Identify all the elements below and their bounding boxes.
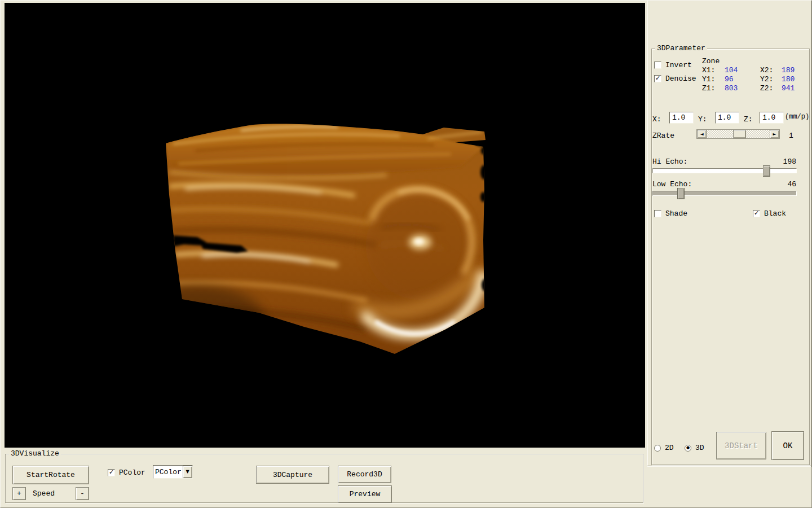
zone-z2-label: Z2: [760, 84, 782, 93]
radio-dot-icon: ● [686, 446, 690, 450]
low-echo-slider-track[interactable] [652, 191, 797, 196]
panel-right-edge [811, 1, 811, 467]
volume-render-3d [5, 3, 645, 448]
zone-y2-label: Y2: [760, 75, 782, 84]
denoise-checkbox-box: ✓ [654, 75, 661, 82]
radio-3d[interactable]: ● 3D [685, 444, 704, 452]
pcolor-dropdown-value: PColor [153, 468, 183, 476]
group-3dvisualize-title: 3DVisualize [9, 449, 61, 458]
check-icon: ✓ [754, 211, 759, 216]
y-scale-label: Y: [698, 115, 707, 124]
ok-button[interactable]: OK [771, 431, 804, 460]
zone-x1-value: 104 [725, 66, 760, 75]
denoise-checkbox[interactable]: ✓ Denoise [654, 75, 696, 83]
group-3dparameter-title: 3DParameter [655, 44, 707, 52]
pcolor-checkbox[interactable]: ✓ PColor [108, 468, 145, 477]
z-scale-input[interactable] [760, 112, 784, 124]
y-scale-input[interactable] [715, 112, 739, 124]
start3d-button[interactable]: 3DStart [716, 432, 766, 459]
panel-bottom-edge [647, 466, 811, 466]
low-echo-value: 46 [787, 180, 796, 189]
low-echo-label: Low Echo: [652, 180, 692, 189]
x-scale-label: X: [652, 115, 661, 124]
speed-plus-button[interactable]: + [12, 487, 26, 500]
radio-2d-label: 2D [665, 444, 674, 452]
black-checkbox[interactable]: ✓ Black [753, 209, 786, 218]
start-rotate-button[interactable]: StartRotate [12, 466, 89, 484]
zrate-scroll-left-button[interactable]: ◄ [697, 130, 707, 138]
z-scale-label: Z: [744, 115, 753, 124]
preview-button[interactable]: Preview [338, 485, 392, 503]
zone-z2-value: 941 [782, 84, 795, 93]
zrate-scroll-right-button[interactable]: ► [770, 130, 779, 138]
render-viewport[interactable] [5, 3, 645, 448]
check-icon: ✓ [655, 76, 660, 81]
zone-z1-value: 803 [725, 84, 760, 93]
zrate-value: 1 [789, 132, 793, 140]
low-echo-slider-thumb[interactable] [677, 188, 685, 199]
black-checkbox-box: ✓ [753, 210, 760, 217]
zone-x2-value: 189 [782, 66, 795, 75]
radio-3d-label: 3D [695, 444, 704, 452]
zrate-label: ZRate [652, 132, 674, 140]
black-label: Black [764, 209, 786, 218]
radio-3d-circle: ● [685, 445, 691, 452]
denoise-label: Denoise [665, 75, 696, 83]
group-3dparameter: 3DParameter Invert ✓ Denoise Zone X1:104… [651, 49, 810, 465]
zone-title: Zone [702, 57, 720, 65]
radio-2d[interactable]: 2D [654, 444, 674, 452]
hi-echo-value: 198 [783, 157, 796, 166]
zrate-scrollbar-thumb[interactable] [733, 130, 746, 138]
zone-y2-value: 180 [782, 75, 795, 84]
hi-echo-label: Hi Echo: [652, 157, 687, 166]
zone-row-x: X1:104X2:189 [702, 66, 795, 75]
capture-3d-button[interactable]: 3DCapture [256, 466, 329, 484]
record-3d-button[interactable]: Record3D [338, 466, 391, 483]
zone-y1-value: 96 [725, 75, 760, 84]
radio-2d-circle [654, 445, 661, 452]
zone-y1-label: Y1: [702, 75, 725, 84]
shade-checkbox[interactable]: Shade [654, 209, 687, 218]
chevron-down-icon: ▼ [186, 470, 189, 474]
invert-label: Invert [665, 61, 692, 69]
group-3dvisualize: 3DVisualize StartRotate + Speed - ✓ PCol… [5, 454, 643, 503]
zone-row-y: Y1:96Y2:180 [702, 75, 795, 84]
panel-divider [647, 1, 648, 467]
shade-label: Shade [665, 209, 687, 218]
invert-checkbox-box [654, 62, 661, 69]
invert-checkbox[interactable]: Invert [654, 61, 692, 69]
scale-unit-label: (mm/p) [785, 113, 809, 121]
speed-label: Speed [33, 489, 55, 498]
scroll-left-icon: ◄ [700, 132, 703, 137]
pcolor-checkbox-box: ✓ [108, 469, 115, 476]
hi-echo-slider-track[interactable] [652, 168, 797, 173]
speed-minus-button[interactable]: - [76, 487, 89, 500]
hi-echo-slider-thumb[interactable] [763, 165, 770, 177]
zone-x1-label: X1: [702, 66, 725, 75]
x-scale-input[interactable] [669, 112, 694, 124]
scroll-right-icon: ► [773, 132, 776, 137]
pcolor-checkbox-label: PColor [119, 468, 145, 477]
zrate-scrollbar[interactable]: ◄ ► [696, 129, 780, 139]
shade-checkbox-box [654, 210, 661, 217]
pcolor-dropdown[interactable]: PColor ▼ [153, 465, 193, 479]
zone-row-z: Z1:803Z2:941 [702, 84, 795, 93]
app-window: 3DParameter Invert ✓ Denoise Zone X1:104… [0, 0, 812, 508]
check-icon: ✓ [109, 470, 114, 475]
zone-x2-label: X2: [760, 66, 782, 75]
zone-z1-label: Z1: [702, 84, 725, 93]
pcolor-dropdown-button[interactable]: ▼ [183, 466, 192, 478]
